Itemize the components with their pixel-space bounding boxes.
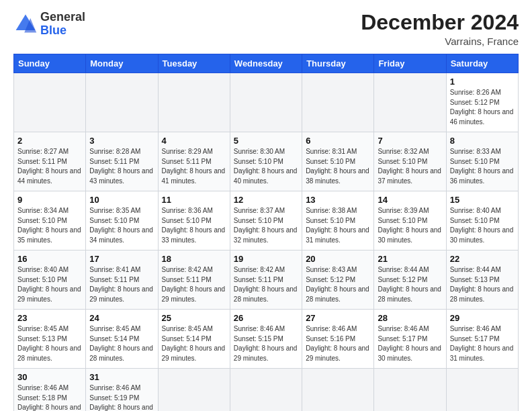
table-cell: 6 Sunrise: 8:31 AMSunset: 5:10 PMDayligh… [302, 132, 374, 191]
table-cell: 14 Sunrise: 8:39 AMSunset: 5:10 PMDaylig… [374, 191, 446, 250]
table-cell: 9 Sunrise: 8:34 AMSunset: 5:10 PMDayligh… [14, 191, 86, 250]
day-info: Sunrise: 8:33 AMSunset: 5:10 PMDaylight:… [450, 147, 515, 186]
day-info: Sunrise: 8:27 AMSunset: 5:11 PMDaylight:… [17, 147, 82, 186]
table-cell [158, 369, 230, 411]
day-number: 24 [89, 313, 154, 323]
logo: General Blue [13, 11, 85, 38]
day-number: 9 [17, 195, 82, 205]
logo-icon [13, 12, 38, 36]
table-cell [374, 73, 446, 132]
table-cell [230, 73, 302, 132]
day-number: 15 [450, 195, 515, 205]
table-cell [158, 73, 230, 132]
day-number: 30 [17, 372, 82, 382]
table-cell: 8 Sunrise: 8:33 AMSunset: 5:10 PMDayligh… [446, 132, 518, 191]
table-cell: 22 Sunrise: 8:44 AMSunset: 5:13 PMDaylig… [446, 250, 518, 310]
table-cell: 7 Sunrise: 8:32 AMSunset: 5:10 PMDayligh… [374, 132, 446, 191]
day-info: Sunrise: 8:31 AMSunset: 5:10 PMDaylight:… [306, 147, 370, 186]
day-info: Sunrise: 8:40 AMSunset: 5:10 PMDaylight:… [17, 265, 82, 304]
day-info: Sunrise: 8:42 AMSunset: 5:11 PMDaylight:… [234, 265, 298, 304]
table-cell: 16 Sunrise: 8:40 AMSunset: 5:10 PMDaylig… [14, 250, 86, 310]
table-cell [14, 73, 86, 132]
header-monday: Monday [86, 54, 158, 73]
month-title: December 2024 [361, 11, 519, 34]
day-info: Sunrise: 8:36 AMSunset: 5:10 PMDaylight:… [162, 206, 226, 245]
day-number: 21 [378, 254, 442, 264]
header-thursday: Thursday [302, 54, 374, 73]
logo-general: General [40, 10, 85, 24]
day-number: 7 [378, 136, 442, 146]
table-cell: 3 Sunrise: 8:28 AMSunset: 5:11 PMDayligh… [86, 132, 158, 191]
title-block: December 2024 Varrains, France [361, 11, 519, 47]
day-number: 10 [89, 195, 154, 205]
table-cell: 31 Sunrise: 8:46 AMSunset: 5:19 PMDaylig… [86, 369, 158, 411]
logo-text: General Blue [40, 11, 85, 38]
day-info: Sunrise: 8:34 AMSunset: 5:10 PMDaylight:… [17, 206, 82, 245]
day-info: Sunrise: 8:46 AMSunset: 5:17 PMDaylight:… [378, 324, 442, 363]
day-number: 1 [450, 77, 515, 87]
day-info: Sunrise: 8:45 AMSunset: 5:14 PMDaylight:… [89, 324, 154, 363]
day-info: Sunrise: 8:43 AMSunset: 5:12 PMDaylight:… [306, 265, 370, 304]
table-cell: 28 Sunrise: 8:46 AMSunset: 5:17 PMDaylig… [374, 310, 446, 369]
day-number: 28 [378, 313, 442, 323]
day-info: Sunrise: 8:44 AMSunset: 5:13 PMDaylight:… [450, 265, 515, 304]
table-cell: 1 Sunrise: 8:26 AMSunset: 5:12 PMDayligh… [446, 73, 518, 132]
table-cell [302, 73, 374, 132]
calendar-table: Sunday Monday Tuesday Wednesday Thursday… [13, 54, 519, 411]
logo-blue: Blue [40, 24, 66, 37]
day-number: 26 [234, 313, 298, 323]
header-tuesday: Tuesday [158, 54, 230, 73]
table-cell: 15 Sunrise: 8:40 AMSunset: 5:10 PMDaylig… [446, 191, 518, 250]
day-number: 3 [89, 136, 154, 146]
table-cell: 11 Sunrise: 8:36 AMSunset: 5:10 PMDaylig… [158, 191, 230, 250]
day-number: 2 [17, 136, 82, 146]
day-info: Sunrise: 8:30 AMSunset: 5:10 PMDaylight:… [234, 147, 298, 186]
day-info: Sunrise: 8:45 AMSunset: 5:13 PMDaylight:… [17, 324, 82, 363]
table-cell: 24 Sunrise: 8:45 AMSunset: 5:14 PMDaylig… [86, 310, 158, 369]
day-number: 18 [162, 254, 226, 264]
day-number: 8 [450, 136, 515, 146]
day-number: 4 [162, 136, 226, 146]
day-info: Sunrise: 8:29 AMSunset: 5:11 PMDaylight:… [162, 147, 226, 186]
header: General Blue December 2024 Varrains, Fra… [13, 11, 519, 47]
table-cell: 2 Sunrise: 8:27 AMSunset: 5:11 PMDayligh… [14, 132, 86, 191]
table-cell: 4 Sunrise: 8:29 AMSunset: 5:11 PMDayligh… [158, 132, 230, 191]
table-cell: 23 Sunrise: 8:45 AMSunset: 5:13 PMDaylig… [14, 310, 86, 369]
day-number: 27 [306, 313, 370, 323]
day-info: Sunrise: 8:42 AMSunset: 5:11 PMDaylight:… [162, 265, 226, 304]
week-row-2: 2 Sunrise: 8:27 AMSunset: 5:11 PMDayligh… [14, 132, 519, 191]
week-row-1: 1 Sunrise: 8:26 AMSunset: 5:12 PMDayligh… [14, 73, 519, 132]
day-info: Sunrise: 8:45 AMSunset: 5:14 PMDaylight:… [162, 324, 226, 363]
table-cell: 26 Sunrise: 8:46 AMSunset: 5:15 PMDaylig… [230, 310, 302, 369]
table-cell: 21 Sunrise: 8:44 AMSunset: 5:12 PMDaylig… [374, 250, 446, 310]
header-friday: Friday [374, 54, 446, 73]
day-info: Sunrise: 8:44 AMSunset: 5:12 PMDaylight:… [378, 265, 442, 304]
day-number: 22 [450, 254, 515, 264]
table-cell [446, 369, 518, 411]
day-number: 16 [17, 254, 82, 264]
day-info: Sunrise: 8:32 AMSunset: 5:10 PMDaylight:… [378, 147, 442, 186]
day-info: Sunrise: 8:26 AMSunset: 5:12 PMDaylight:… [450, 88, 515, 127]
week-row-3: 9 Sunrise: 8:34 AMSunset: 5:10 PMDayligh… [14, 191, 519, 250]
table-cell: 5 Sunrise: 8:30 AMSunset: 5:10 PMDayligh… [230, 132, 302, 191]
day-info: Sunrise: 8:28 AMSunset: 5:11 PMDaylight:… [89, 147, 154, 186]
day-info: Sunrise: 8:46 AMSunset: 5:16 PMDaylight:… [306, 324, 370, 363]
day-number: 5 [234, 136, 298, 146]
header-wednesday: Wednesday [230, 54, 302, 73]
table-cell [374, 369, 446, 411]
table-cell [86, 73, 158, 132]
day-info: Sunrise: 8:40 AMSunset: 5:10 PMDaylight:… [450, 206, 515, 245]
table-cell: 25 Sunrise: 8:45 AMSunset: 5:14 PMDaylig… [158, 310, 230, 369]
day-info: Sunrise: 8:39 AMSunset: 5:10 PMDaylight:… [378, 206, 442, 245]
day-number: 20 [306, 254, 370, 264]
day-number: 31 [89, 372, 154, 382]
day-number: 25 [162, 313, 226, 323]
day-info: Sunrise: 8:46 AMSunset: 5:18 PMDaylight:… [17, 383, 82, 411]
page: General Blue December 2024 Varrains, Fra… [0, 0, 532, 411]
table-cell: 27 Sunrise: 8:46 AMSunset: 5:16 PMDaylig… [302, 310, 374, 369]
day-number: 19 [234, 254, 298, 264]
day-number: 29 [450, 313, 515, 323]
day-info: Sunrise: 8:41 AMSunset: 5:11 PMDaylight:… [89, 265, 154, 304]
day-number: 12 [234, 195, 298, 205]
week-row-4: 16 Sunrise: 8:40 AMSunset: 5:10 PMDaylig… [14, 250, 519, 310]
